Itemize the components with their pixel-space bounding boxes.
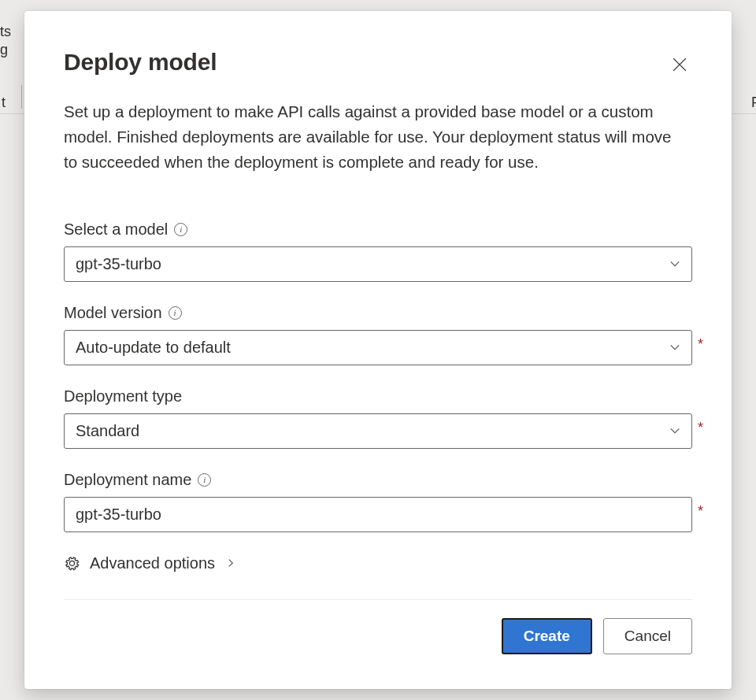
select-value: Standard <box>76 422 139 440</box>
model-version-select[interactable]: Auto-update to default <box>64 330 692 365</box>
field-label: Select a model i <box>64 220 692 239</box>
field-model-version: Model version i Auto-update to default * <box>64 304 692 365</box>
gear-icon <box>64 555 80 572</box>
bg-fragment: t <box>2 94 6 111</box>
label-text: Select a model <box>64 220 168 239</box>
create-button[interactable]: Create <box>502 618 592 654</box>
advanced-options-toggle[interactable]: Advanced options <box>64 554 235 572</box>
button-label: Cancel <box>624 628 671 645</box>
advanced-options-label: Advanced options <box>90 554 215 572</box>
field-select-model: Select a model i gpt-35-turbo <box>64 220 692 282</box>
select-value: Auto-update to default <box>76 339 231 357</box>
field-deployment-type: Deployment type Standard * <box>64 387 692 449</box>
select-value: gpt-35-turbo <box>76 255 161 273</box>
bg-fragment: Pla <box>751 94 756 111</box>
chevron-down-icon <box>669 258 680 269</box>
field-label: Deployment type <box>64 387 692 406</box>
info-icon[interactable]: i <box>198 473 211 487</box>
label-text: Model version <box>64 304 162 322</box>
required-asterisk: * <box>698 503 703 520</box>
bg-divider <box>21 85 22 109</box>
bg-fragment: nts <box>0 24 11 40</box>
chevron-down-icon <box>669 342 680 353</box>
deployment-name-input[interactable] <box>64 497 692 532</box>
field-label: Model version i <box>64 304 692 322</box>
close-icon <box>673 57 687 72</box>
info-icon[interactable]: i <box>169 306 182 320</box>
dialog-header: Deploy model <box>64 49 692 77</box>
model-select[interactable]: gpt-35-turbo <box>64 246 692 282</box>
field-label: Deployment name i <box>64 471 692 489</box>
deployment-type-select[interactable]: Standard <box>64 413 692 449</box>
dialog-title: Deploy model <box>64 49 217 76</box>
dialog-description: Set up a deployment to make API calls ag… <box>64 99 678 174</box>
chevron-down-icon <box>669 425 680 436</box>
field-deployment-name: Deployment name i * <box>64 471 692 532</box>
form-fields: Select a model i gpt-35-turbo Model vers… <box>64 220 692 572</box>
label-text: Deployment name <box>64 471 191 489</box>
required-asterisk: * <box>698 420 703 436</box>
deploy-model-dialog: Deploy model Set up a deployment to make… <box>24 11 732 689</box>
required-asterisk: * <box>698 336 703 353</box>
info-icon[interactable]: i <box>174 223 187 236</box>
cancel-button[interactable]: Cancel <box>603 618 692 654</box>
chevron-right-icon <box>226 558 235 568</box>
dialog-footer: Create Cancel <box>64 618 692 654</box>
label-text: Deployment type <box>64 387 182 406</box>
bg-fragment: ag <box>0 42 8 58</box>
button-label: Create <box>524 628 570 645</box>
close-button[interactable] <box>667 52 692 77</box>
